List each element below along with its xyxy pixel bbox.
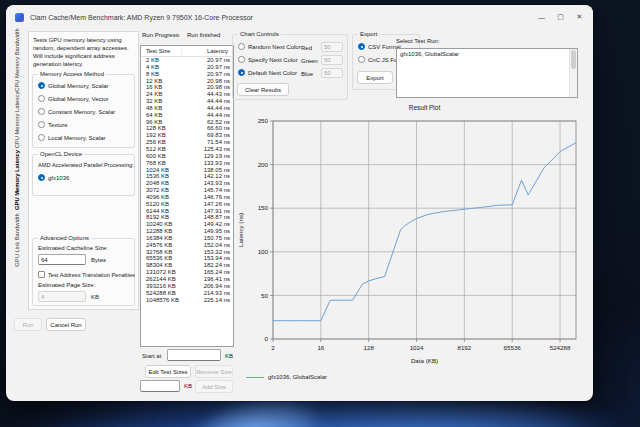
app-window: Clam Cache/Mem Benchmark: AMD Ryzen 9 79…: [6, 5, 593, 401]
table-row[interactable]: 3072 KB145.74 ns: [141, 187, 233, 194]
run-button[interactable]: Run: [14, 318, 42, 331]
table-row[interactable]: 16384 KB150.75 ns: [141, 235, 233, 242]
table-row[interactable]: 32768 KB153.32 ns: [141, 249, 233, 256]
select-test-run-label: Select Test Run:: [396, 38, 440, 44]
table-row[interactable]: 12288 KB149.95 ns: [141, 228, 233, 235]
radio-local-memory-scalar[interactable]: Local Memory, Scalar: [38, 134, 106, 141]
table-row[interactable]: 2 KB20.97 ns: [141, 57, 233, 64]
cell-latency: 149.42 ns: [204, 221, 230, 228]
title-bar[interactable]: Clam Cache/Mem Benchmark: AMD Ryzen 9 79…: [6, 5, 593, 29]
cacheline-size-input[interactable]: [38, 254, 86, 265]
group-label: Memory Access Method: [38, 71, 106, 77]
cell-test-size: 5120 KB: [146, 201, 169, 208]
table-row[interactable]: 262144 KB196.41 ns: [141, 276, 233, 283]
table-row[interactable]: 393216 KB206.94 ns: [141, 283, 233, 290]
table-row[interactable]: 4096 KB146.76 ns: [141, 194, 233, 201]
column-divider[interactable]: [181, 47, 182, 55]
cell-test-size: 512 KB: [146, 146, 166, 153]
table-row[interactable]: 1024 KB138.05 ns: [141, 167, 233, 174]
table-row[interactable]: 32 KB44.44 ns: [141, 98, 233, 105]
radio-csv-format[interactable]: CSV Format: [358, 43, 401, 50]
remove-size-button[interactable]: Remove Size: [195, 365, 233, 378]
table-row[interactable]: 24576 KB152.04 ns: [141, 242, 233, 249]
radio-gfx1036[interactable]: gfx1036: [38, 174, 69, 181]
cell-test-size: 32 KB: [146, 98, 162, 105]
table-row[interactable]: 65536 KB153.94 ns: [141, 255, 233, 262]
test-run-item[interactable]: gfx1036, GlobalScalar: [397, 49, 577, 59]
table-row[interactable]: 96 KB62.52 ns: [141, 119, 233, 126]
table-row[interactable]: 2048 KB143.93 ns: [141, 180, 233, 187]
window-title: Clam Cache/Mem Benchmark: AMD Ryzen 9 79…: [30, 14, 253, 21]
tab-gpu-link-bandwidth[interactable]: GPU Link Bandwidth: [8, 210, 26, 270]
cell-test-size: 1536 KB: [146, 173, 169, 180]
translation-penalties-checkbox[interactable]: Test Address Translation Penalties: [38, 271, 135, 278]
table-row[interactable]: 16 KB20.98 ns: [141, 84, 233, 91]
table-row[interactable]: 10240 KB149.42 ns: [141, 221, 233, 228]
table-row[interactable]: 6144 KB147.91 ns: [141, 208, 233, 215]
close-button[interactable]: ✕: [570, 5, 589, 29]
table-row[interactable]: 192 KB69.83 ns: [141, 132, 233, 139]
page-size-label: Estimated Page Size:: [38, 282, 95, 288]
y-tick-label: 250: [258, 117, 269, 124]
tab-cpu-memory-latency[interactable]: CPU Memory Latency: [8, 90, 26, 150]
tab-gpu-memory-latency[interactable]: GPU Memory Latency: [8, 150, 26, 210]
table-row[interactable]: 1048576 KB225.14 ns: [141, 297, 233, 304]
radio-icon: [238, 56, 245, 63]
radio-constant-memory-scalar[interactable]: Constant Memory, Scalar: [38, 108, 115, 115]
add-size-unit: KB: [184, 383, 192, 389]
col-test-size[interactable]: Test Size: [146, 48, 170, 54]
cell-latency: 20.98 ns: [207, 84, 230, 91]
tab-label: CPU Memory Bandwidth: [14, 28, 20, 91]
cell-test-size: 65536 KB: [146, 255, 172, 262]
table-row[interactable]: 256 KB71.54 ns: [141, 139, 233, 146]
add-size-button[interactable]: Add Size: [195, 380, 233, 393]
table-row[interactable]: 8192 KB148.87 ns: [141, 214, 233, 221]
group-label: Advanced Options: [38, 235, 91, 241]
table-row[interactable]: 512 KB125.43 ns: [141, 146, 233, 153]
col-latency[interactable]: Latency: [207, 48, 228, 54]
radio-global-memory-scalar[interactable]: Global Memory, Scalar: [38, 82, 109, 89]
cell-latency: 182.24 ns: [204, 262, 230, 269]
table-row[interactable]: 24 KB44.43 ns: [141, 91, 233, 98]
table-row[interactable]: 4 KB20.97 ns: [141, 64, 233, 71]
table-row[interactable]: 64 KB44.44 ns: [141, 112, 233, 119]
table-row[interactable]: 12 KB20.98 ns: [141, 78, 233, 85]
cell-latency: 66.60 ns: [207, 125, 230, 132]
clear-results-button[interactable]: Clear Results: [237, 83, 289, 96]
export-button[interactable]: Export: [357, 71, 393, 84]
cell-latency: 196.41 ns: [204, 276, 230, 283]
radio-specify-next-color[interactable]: Specify Next Color: [238, 56, 298, 63]
radio-global-memory-vector[interactable]: Global Memory, Vector: [38, 95, 109, 102]
test-run-listbox[interactable]: gfx1036, GlobalScalar: [396, 48, 578, 98]
radio-texture[interactable]: Texture: [38, 121, 68, 128]
start-at-input[interactable]: [167, 349, 221, 361]
table-header[interactable]: Test Size Latency: [141, 46, 233, 57]
table-row[interactable]: 5120 KB147.26 ns: [141, 201, 233, 208]
edit-test-sizes-button[interactable]: Edit Test Sizes: [145, 365, 191, 378]
cell-test-size: 3072 KB: [146, 187, 169, 194]
table-row[interactable]: 48 KB44.44 ns: [141, 105, 233, 112]
cell-test-size: 524288 KB: [146, 290, 176, 297]
table-row[interactable]: 524288 KB214.93 ns: [141, 290, 233, 297]
listbox-scrollbar[interactable]: [569, 49, 577, 97]
table-row[interactable]: 98304 KB182.24 ns: [141, 262, 233, 269]
radio-default-next-color[interactable]: Default Next Color: [238, 69, 297, 76]
add-size-input[interactable]: [140, 380, 180, 392]
table-row[interactable]: 1536 KB142.12 ns: [141, 173, 233, 180]
table-row[interactable]: 128 KB66.60 ns: [141, 125, 233, 132]
table-row[interactable]: 768 KB133.93 ns: [141, 160, 233, 167]
chart-line: [273, 143, 576, 321]
table-row[interactable]: 8 KB20.97 ns: [141, 71, 233, 78]
cell-latency: 143.93 ns: [204, 180, 230, 187]
cell-latency: 125.43 ns: [204, 146, 230, 153]
tab-cpu-memory-bandwidth[interactable]: CPU Memory Bandwidth: [8, 30, 26, 90]
cell-latency: 142.12 ns: [204, 173, 230, 180]
radio-random-next-color[interactable]: Random Next Color: [238, 43, 301, 50]
table-row[interactable]: 600 KB129.19 ns: [141, 153, 233, 160]
maximize-button[interactable]: ▢: [551, 5, 570, 29]
scrollbar-thumb[interactable]: [571, 50, 576, 69]
minimize-button[interactable]: —: [532, 5, 551, 29]
table-row[interactable]: 131072 KB165.24 ns: [141, 269, 233, 276]
group-label: Export: [358, 31, 379, 37]
cancel-run-button[interactable]: Cancel Run: [46, 318, 86, 331]
